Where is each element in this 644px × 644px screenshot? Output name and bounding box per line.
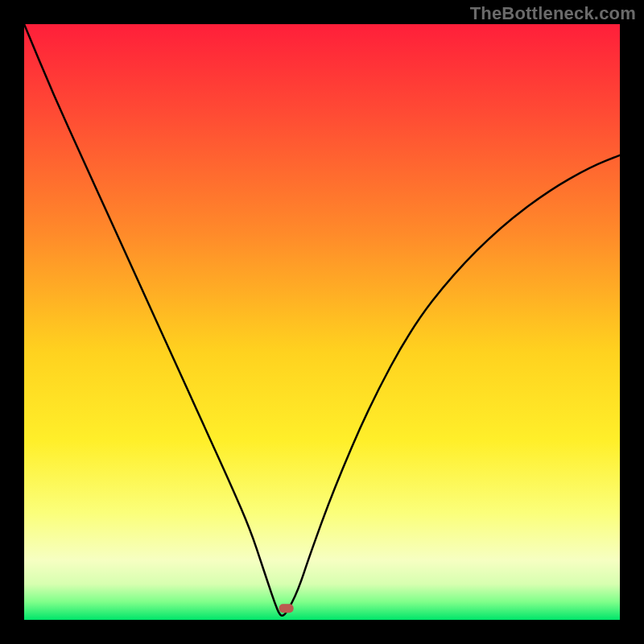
- watermark-text: TheBottleneck.com: [470, 3, 636, 24]
- plot-background: [24, 24, 620, 620]
- minimum-marker: [279, 604, 294, 613]
- chart-frame: TheBottleneck.com: [0, 0, 644, 644]
- bottleneck-chart: [0, 0, 644, 644]
